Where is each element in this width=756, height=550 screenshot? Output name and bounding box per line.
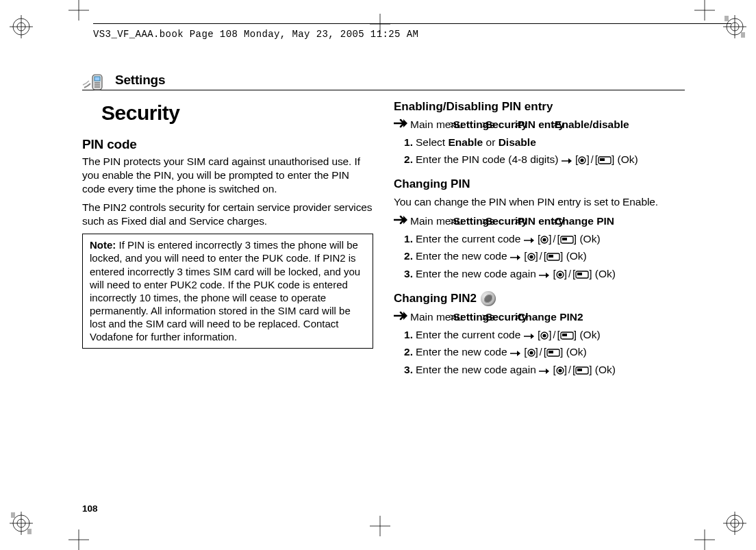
note-label: Note: — [90, 239, 116, 251]
ok-label: (Ok) — [592, 364, 616, 375]
step-text: Enter the new code — [416, 346, 510, 358]
softkey-icon — [575, 271, 589, 279]
heading-change-pin2: Changing PIN2 — [394, 291, 685, 306]
svg-rect-73 — [562, 334, 567, 336]
arrow-right-icon — [539, 272, 550, 279]
slash: / — [567, 364, 572, 375]
step-text: Enter the current code — [416, 233, 524, 245]
heading-change-pin: Changing PIN — [394, 177, 685, 191]
arrow-right-icon — [510, 350, 521, 357]
softkey-icon — [560, 236, 574, 244]
softkey-icon — [598, 156, 612, 164]
slash: / — [552, 329, 557, 340]
heading-enable-disable: Enabling/Disabling PIN entry — [394, 100, 685, 114]
svg-point-66 — [558, 273, 562, 276]
slash: / — [567, 268, 572, 279]
step-item: Enter the current code []/[] (Ok) — [416, 327, 685, 342]
slash: / — [590, 154, 595, 165]
step-text: Enter the current code — [416, 329, 524, 340]
arrow-right-icon — [524, 237, 535, 244]
ok-label: (Ok) — [592, 268, 616, 279]
steps-enable: Select Enable or Disable Enter the PIN c… — [394, 135, 685, 168]
step-text: or — [483, 136, 498, 148]
crop-bottom-1 — [68, 529, 89, 550]
steps-change-pin: Enter the current code []/[] (Ok) Enter … — [394, 232, 685, 282]
svg-rect-78 — [549, 351, 553, 353]
svg-rect-68 — [577, 273, 582, 275]
step-text: Enter the new code again — [416, 268, 539, 279]
right-column: Enabling/Disabling PIN entry Main menu >… — [394, 97, 685, 387]
ok-label: (Ok) — [577, 233, 600, 245]
note-box: Note: If PIN is entered incorrectly 3 ti… — [82, 234, 373, 349]
step-item: Enter the current code []/[] (Ok) — [416, 232, 685, 247]
print-header-line: VS3_VF_AAA.book Page 108 Monday, May 23,… — [93, 23, 731, 44]
print-header-text: VS3_VF_AAA.book Page 108 Monday, May 23,… — [93, 29, 418, 40]
steps-change-pin2: Enter the current code []/[] (Ok) Enter … — [394, 327, 685, 377]
register-target-tl — [10, 15, 33, 38]
circle-key-icon — [556, 271, 564, 279]
ok-label: (Ok) — [563, 250, 586, 262]
section-heading: Settings — [82, 68, 685, 90]
softkey-icon — [546, 253, 560, 261]
circle-key-icon — [527, 253, 536, 261]
bracket-close: ] — [549, 329, 551, 340]
arrow-right-icon — [539, 368, 550, 375]
nav-change-pin: Change PIN — [571, 214, 614, 229]
circle-key-icon — [578, 156, 586, 164]
softkey-icon — [575, 366, 589, 375]
step-text: Enter the new code again — [416, 364, 539, 375]
pin-code-paragraph-1: The PIN protects your SIM card against u… — [82, 155, 373, 195]
svg-point-76 — [529, 351, 533, 355]
arrow-right-icon — [510, 254, 521, 261]
navpath-change-pin: Main menu > Settings > Security > PIN en… — [394, 214, 685, 229]
softkey-icon — [560, 332, 574, 340]
nav-enable-disable: Enable/disable — [571, 118, 629, 132]
nav-change-pin2: Change PIN2 — [534, 310, 583, 325]
svg-rect-83 — [577, 368, 582, 371]
svg-point-51 — [581, 159, 584, 162]
svg-rect-63 — [549, 255, 553, 258]
navpath-change-pin2: Main menu > Settings > Security > Change… — [394, 310, 685, 325]
phone-device-icon — [82, 71, 107, 90]
change-pin-paragraph: You can change the PIN when PIN entry is… — [394, 195, 685, 209]
heading-pin-code: PIN code — [82, 137, 373, 152]
step-item: Enter the PIN code (4-8 digits) []/[] (O… — [416, 152, 685, 167]
ok-label: (Ok) — [614, 153, 638, 165]
step-text: Select — [416, 136, 448, 148]
section-heading-text: Settings — [115, 73, 165, 88]
circle-key-icon — [540, 236, 549, 244]
feature-badge-icon — [481, 291, 496, 306]
left-column: Security PIN code The PIN protects your … — [82, 97, 373, 387]
bracket-close: ] — [549, 233, 551, 245]
svg-rect-58 — [562, 238, 567, 240]
step-item: Enter the new code []/[] (Ok) — [416, 345, 685, 360]
step-text: Enter the new code — [416, 250, 510, 262]
crop-top-1 — [68, 0, 89, 21]
crop-bottom-2 — [694, 529, 715, 550]
circle-key-icon — [540, 332, 549, 340]
disable-label: Disable — [499, 136, 536, 148]
svg-rect-45 — [94, 77, 100, 81]
navpath-enable: Main menu > Settings > Security > PIN en… — [394, 118, 685, 132]
svg-point-56 — [543, 238, 546, 241]
circle-key-icon — [527, 349, 536, 357]
softkey-icon — [546, 349, 560, 357]
circle-key-icon — [556, 366, 564, 375]
pin-code-paragraph-2: The PIN2 controls security for certain s… — [82, 201, 373, 228]
register-target-bl — [10, 512, 33, 535]
page-number: 108 — [82, 503, 98, 514]
enable-label: Enable — [448, 136, 483, 148]
step-item: Select Enable or Disable — [416, 135, 685, 150]
step-item: Enter the new code []/[] (Ok) — [416, 249, 685, 264]
slash: / — [538, 251, 544, 262]
crop-top-2 — [694, 0, 715, 21]
step-item: Enter the new code again []/[] (Ok) — [416, 266, 685, 282]
arrow-right-icon — [562, 158, 572, 164]
ok-label: (Ok) — [563, 346, 586, 358]
arrow-right-icon — [524, 333, 535, 340]
svg-point-81 — [558, 368, 562, 372]
register-target-br — [723, 512, 746, 535]
step-item: Enter the new code again []/[] (Ok) — [416, 362, 685, 377]
page-title: Security — [101, 101, 373, 125]
heading-change-pin2-text: Changing PIN2 — [394, 292, 477, 305]
